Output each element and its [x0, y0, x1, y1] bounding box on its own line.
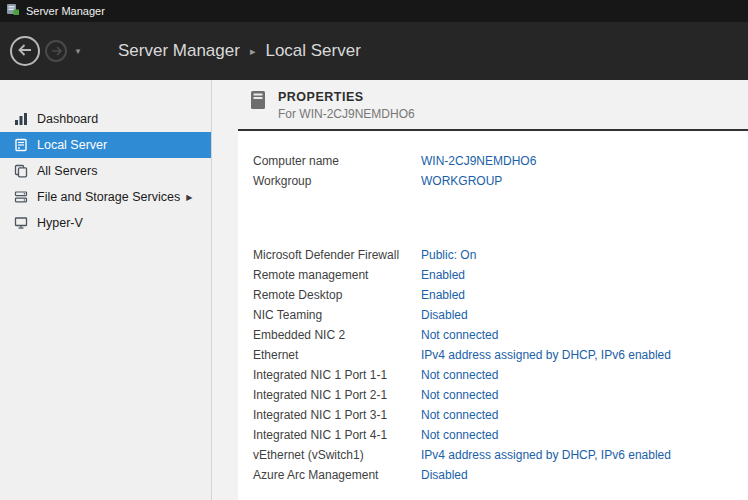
property-label: Azure Arc Management: [253, 465, 421, 485]
property-value-link[interactable]: Enabled: [421, 285, 465, 305]
property-label: Integrated NIC 1 Port 3-1: [253, 405, 421, 425]
all-servers-icon: [13, 163, 29, 179]
sidebar-item-label: File and Storage Services: [37, 190, 180, 204]
property-value-link[interactable]: Not connected: [421, 405, 498, 425]
sidebar-item-all-servers[interactable]: All Servers: [0, 158, 211, 184]
property-value-link[interactable]: Disabled: [421, 465, 468, 485]
property-row-ethernet: EthernetIPv4 address assigned by DHCP, I…: [253, 345, 748, 365]
property-value-link[interactable]: Not connected: [421, 425, 498, 445]
properties-tile-icon: [248, 90, 268, 116]
property-row-workgroup: WorkgroupWORKGROUP: [253, 171, 748, 191]
property-label: Integrated NIC 1 Port 2-1: [253, 385, 421, 405]
properties-title: PROPERTIES: [278, 90, 415, 104]
content-area: DashboardLocal ServerAll ServersFile and…: [0, 80, 748, 500]
property-value-link[interactable]: Disabled: [421, 305, 468, 325]
property-value-link[interactable]: IPv4 address assigned by DHCP, IPv6 enab…: [421, 345, 671, 365]
property-row-integrated-nic-1-port-3-1: Integrated NIC 1 Port 3-1Not connected: [253, 405, 748, 425]
sidebar-item-file-and-storage-services[interactable]: File and Storage Services▶: [0, 184, 211, 210]
main-pane: PROPERTIES For WIN-2CJ9NEMDHO6 Computer …: [212, 80, 748, 500]
property-label: Integrated NIC 1 Port 4-1: [253, 425, 421, 445]
sidebar-item-label: Dashboard: [37, 112, 98, 126]
local-server-icon: [13, 137, 29, 153]
property-row-azure-arc-management: Azure Arc ManagementDisabled: [253, 465, 748, 485]
breadcrumb-server-manager[interactable]: Server Manager: [118, 41, 240, 61]
property-value-link[interactable]: Not connected: [421, 365, 498, 385]
properties-panel: Computer nameWIN-2CJ9NEMDHO6WorkgroupWOR…: [238, 129, 748, 500]
titlebar: Server Manager: [0, 0, 748, 22]
property-row-integrated-nic-1-port-4-1: Integrated NIC 1 Port 4-1Not connected: [253, 425, 748, 445]
sidebar-item-label: All Servers: [37, 164, 97, 178]
breadcrumb: Server Manager ▸ Local Server: [118, 41, 361, 61]
property-value-link[interactable]: IPv4 address assigned by DHCP, IPv6 enab…: [421, 445, 671, 465]
hyperv-icon: [13, 215, 29, 231]
property-label: vEthernet (vSwitch1): [253, 445, 421, 465]
property-row-embedded-nic-2: Embedded NIC 2Not connected: [253, 325, 748, 345]
property-label: Remote Desktop: [253, 285, 421, 305]
breadcrumb-local-server: Local Server: [265, 41, 360, 61]
sidebar-item-dashboard[interactable]: Dashboard: [0, 106, 211, 132]
property-label: Microsoft Defender Firewall: [253, 245, 421, 265]
server-manager-app-icon: [6, 2, 20, 20]
property-label: Remote management: [253, 265, 421, 285]
sidebar-item-hyper-v[interactable]: Hyper-V: [0, 210, 211, 236]
sidebar-item-label: Hyper-V: [37, 216, 83, 230]
chevron-right-icon: ▶: [186, 193, 192, 202]
property-row-remote-management: Remote managementEnabled: [253, 265, 748, 285]
property-label: Computer name: [253, 151, 421, 171]
breadcrumb-separator-icon: ▸: [250, 45, 256, 58]
property-group: Computer nameWIN-2CJ9NEMDHO6WorkgroupWOR…: [253, 151, 748, 191]
navigation-header: ▼ Server Manager ▸ Local Server: [0, 22, 748, 80]
property-value-link[interactable]: Not connected: [421, 385, 498, 405]
forward-arrow-icon: [51, 42, 62, 60]
property-row-microsoft-defender-firewall: Microsoft Defender FirewallPublic: On: [253, 245, 748, 265]
properties-header: PROPERTIES For WIN-2CJ9NEMDHO6: [238, 80, 748, 129]
nav-buttons: ▼: [0, 36, 118, 66]
nav-history-dropdown-icon[interactable]: ▼: [72, 47, 82, 56]
sidebar: DashboardLocal ServerAll ServersFile and…: [0, 80, 212, 500]
property-label: NIC Teaming: [253, 305, 421, 325]
back-arrow-icon: [18, 42, 32, 60]
property-value-link[interactable]: Enabled: [421, 265, 465, 285]
property-value-link[interactable]: Public: On: [421, 245, 476, 265]
property-group: Microsoft Defender FirewallPublic: OnRem…: [253, 245, 748, 485]
property-row-computer-name: Computer nameWIN-2CJ9NEMDHO6: [253, 151, 748, 171]
property-label: Ethernet: [253, 345, 421, 365]
server-manager-window: Server Manager ▼ Server Manager: [0, 0, 748, 500]
properties-subtitle: For WIN-2CJ9NEMDHO6: [278, 107, 415, 121]
property-row-remote-desktop: Remote DesktopEnabled: [253, 285, 748, 305]
property-row-integrated-nic-1-port-2-1: Integrated NIC 1 Port 2-1Not connected: [253, 385, 748, 405]
file-storage-icon: [13, 189, 29, 205]
back-button[interactable]: [10, 36, 40, 66]
property-label: Workgroup: [253, 171, 421, 191]
property-row-vethernet-vswitch1: vEthernet (vSwitch1)IPv4 address assigne…: [253, 445, 748, 465]
forward-button[interactable]: [45, 40, 67, 62]
property-row-integrated-nic-1-port-1-1: Integrated NIC 1 Port 1-1Not connected: [253, 365, 748, 385]
dashboard-icon: [13, 111, 29, 127]
window-title: Server Manager: [26, 5, 105, 17]
property-value-link[interactable]: WIN-2CJ9NEMDHO6: [421, 151, 536, 171]
property-row-nic-teaming: NIC TeamingDisabled: [253, 305, 748, 325]
property-label: Embedded NIC 2: [253, 325, 421, 345]
sidebar-item-label: Local Server: [37, 138, 107, 152]
property-value-link[interactable]: Not connected: [421, 325, 498, 345]
property-label: Integrated NIC 1 Port 1-1: [253, 365, 421, 385]
properties-heading-text: PROPERTIES For WIN-2CJ9NEMDHO6: [278, 90, 415, 121]
property-value-link[interactable]: WORKGROUP: [421, 171, 502, 191]
sidebar-item-local-server[interactable]: Local Server: [0, 132, 211, 158]
